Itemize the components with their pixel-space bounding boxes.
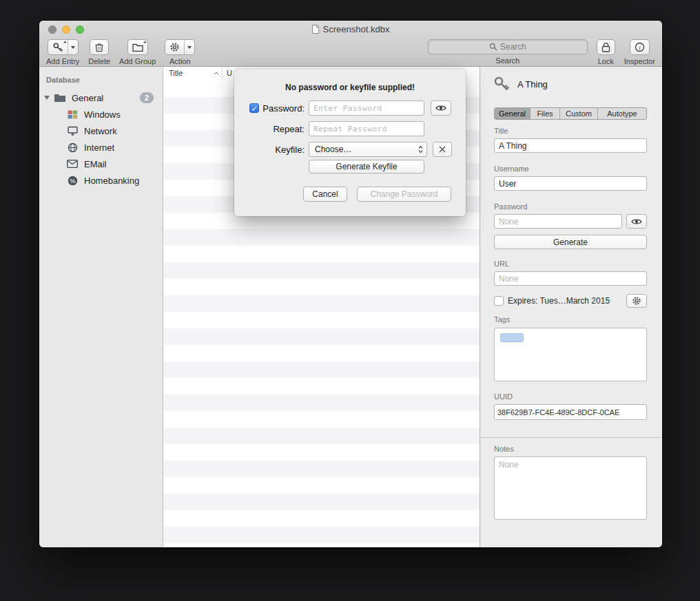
lock-icon <box>601 42 610 52</box>
delete-button[interactable] <box>90 39 109 55</box>
notes-field[interactable] <box>494 456 647 520</box>
dialog-message: No password or keyfile supplied! <box>234 83 466 92</box>
inspector-button[interactable]: i <box>630 39 650 55</box>
password-field[interactable] <box>494 214 622 229</box>
group-label: General <box>72 93 103 103</box>
app-window: Screenshot.kdbx + Add Entry <box>39 21 662 547</box>
internet-globe-icon <box>66 143 79 153</box>
group-label: EMail <box>84 159 107 169</box>
generate-password-button[interactable]: Generate <box>494 235 647 249</box>
generate-keyfile-button[interactable]: Generate Keyfile <box>309 160 424 173</box>
search-icon <box>489 43 497 51</box>
close-button[interactable] <box>48 25 56 34</box>
uuid-label: UUID <box>494 392 513 401</box>
tags-field[interactable] <box>494 328 647 381</box>
enter-password-input[interactable] <box>309 101 424 116</box>
inspector-group: i Inspector <box>624 39 655 65</box>
disclosure-triangle-icon[interactable] <box>44 96 50 100</box>
column-divider[interactable] <box>222 68 223 79</box>
folder-plus-icon <box>132 43 143 52</box>
column-header-username[interactable]: U <box>227 69 232 77</box>
tab-custom[interactable]: Custom <box>560 108 598 119</box>
repeat-row: Repeat: <box>234 121 466 136</box>
inspector-tabs: General Files Custom Autotype <box>494 107 647 120</box>
expires-row: Expires: Tues…March 2015 <box>494 294 622 308</box>
expires-label: Expires: Tues…March 2015 <box>508 296 610 306</box>
add-entry-label: Add Entry <box>46 57 79 65</box>
plus-badge-icon: + <box>143 40 147 45</box>
change-password-button[interactable]: Change Password <box>357 187 451 202</box>
gear-icon <box>632 296 641 306</box>
minimize-button[interactable] <box>62 25 70 34</box>
titlebar: Screenshot.kdbx <box>39 21 662 37</box>
entry-title: A Thing <box>517 79 548 89</box>
tab-general[interactable]: General <box>495 108 531 119</box>
search-input[interactable]: Search <box>428 39 588 54</box>
action-dropdown[interactable] <box>184 40 194 54</box>
sidebar-item-internet[interactable]: Internet <box>39 139 163 156</box>
group-label: Network <box>84 126 117 136</box>
section-divider <box>480 437 662 438</box>
eye-icon <box>631 218 642 225</box>
repeat-password-input[interactable] <box>309 121 424 136</box>
sidebar-header: Database <box>46 76 163 84</box>
title-field[interactable] <box>494 138 647 153</box>
clear-keyfile-button[interactable] <box>433 142 452 157</box>
keyfile-popup[interactable]: Choose… <box>309 142 427 157</box>
zoom-button[interactable] <box>76 25 84 34</box>
add-group-group: + Add Group <box>119 39 156 65</box>
sidebar-item-email[interactable]: EMail <box>39 156 163 172</box>
column-header-title[interactable]: Title <box>169 69 183 77</box>
sidebar-item-homebanking[interactable]: % Homebanking <box>39 172 163 189</box>
traffic-lights <box>48 25 84 34</box>
entry-count-badge: 2 <box>140 92 154 103</box>
inspector-header: A Thing <box>493 74 548 94</box>
uuid-field[interactable] <box>494 404 647 420</box>
add-entry-dropdown[interactable] <box>68 40 78 54</box>
document-proxy-icon[interactable] <box>312 25 320 34</box>
title-label: Title <box>494 127 508 135</box>
delete-group: Delete <box>88 39 110 65</box>
url-field[interactable] <box>494 271 647 286</box>
sidebar-item-windows[interactable]: Windows <box>39 106 163 123</box>
window-title: Screenshot.kdbx <box>323 24 390 34</box>
plus-badge-icon: + <box>63 40 67 45</box>
reveal-password-button[interactable] <box>626 214 647 229</box>
tab-autotype[interactable]: Autotype <box>598 108 646 119</box>
key-plus-icon <box>52 42 63 53</box>
tab-files[interactable]: Files <box>531 108 560 119</box>
password-label: Password <box>494 202 527 211</box>
chevron-down-icon <box>187 46 192 49</box>
keyfile-row: Keyfile: Choose… <box>234 142 466 157</box>
sidebar: Database General 2 Windows <box>39 67 163 547</box>
username-field[interactable] <box>494 176 647 191</box>
toolbar: + Add Entry Delete <box>39 37 662 65</box>
cancel-button[interactable]: Cancel <box>303 187 347 202</box>
group-label: Windows <box>84 109 121 120</box>
desktop-background: Screenshot.kdbx + Add Entry <box>0 0 700 601</box>
add-group-label: Add Group <box>119 57 156 65</box>
expires-checkbox[interactable] <box>494 296 504 306</box>
sidebar-item-network[interactable]: Network <box>39 123 163 139</box>
email-envelope-icon <box>66 160 79 168</box>
password-row: ✓ Password: <box>234 101 466 116</box>
url-label: URL <box>494 260 509 268</box>
eye-icon <box>435 105 446 112</box>
popup-stepper-icon <box>418 145 423 154</box>
tag-chip[interactable] <box>500 333 524 342</box>
add-entry-button[interactable]: + <box>48 39 79 55</box>
expires-settings-button[interactable] <box>626 294 647 308</box>
reveal-password-button[interactable] <box>431 101 451 116</box>
windows-icon <box>66 110 79 119</box>
trash-icon <box>94 42 104 52</box>
title-wrap: Screenshot.kdbx <box>312 24 390 34</box>
change-password-dialog: No password or keyfile supplied! ✓ Passw… <box>234 69 466 216</box>
add-entry-main[interactable]: + <box>48 40 68 54</box>
action-button[interactable] <box>165 39 195 55</box>
chevron-down-icon <box>71 46 75 49</box>
add-group-button[interactable]: + <box>127 39 148 55</box>
sort-ascending-icon <box>214 72 219 75</box>
password-checkbox[interactable]: ✓ <box>249 103 259 113</box>
sidebar-item-general[interactable]: General 2 <box>39 89 163 106</box>
lock-button[interactable] <box>597 39 615 55</box>
